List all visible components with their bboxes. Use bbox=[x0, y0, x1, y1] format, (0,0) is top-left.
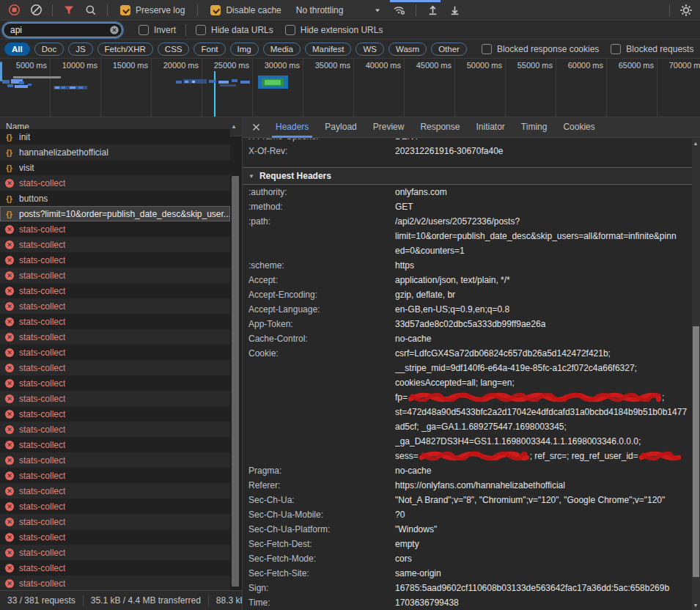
request-failed-icon: ✕ bbox=[5, 471, 14, 480]
request-row-stats-collect[interactable]: ✕stats-collect bbox=[0, 437, 230, 452]
request-row-stats-collect[interactable]: ✕stats-collect bbox=[0, 375, 230, 391]
request-row-posts[interactable]: {}posts?limit=10&order=publish_date_desc… bbox=[0, 206, 230, 221]
type-pill-font[interactable]: Font bbox=[194, 43, 225, 56]
settings-gear-icon[interactable] bbox=[677, 1, 696, 19]
header-name: Sec-Ch-Ua-Mobile: bbox=[248, 507, 395, 522]
request-row-stats-collect[interactable]: ✕stats-collect bbox=[0, 314, 230, 329]
filter-checkbox-hide-data-urls[interactable]: Hide data URLs bbox=[196, 25, 273, 35]
filter-checkbox-hide-extension-urls[interactable]: Hide extension URLs bbox=[285, 25, 383, 35]
header-value-text: /api2/v2/users/20572336/posts? bbox=[395, 216, 520, 227]
clear-button[interactable] bbox=[26, 1, 45, 19]
type-pill-wasm[interactable]: Wasm bbox=[388, 43, 427, 56]
filter-toggle-icon[interactable] bbox=[59, 1, 78, 19]
clear-filter-icon[interactable] bbox=[109, 25, 119, 35]
filter-input[interactable] bbox=[3, 23, 122, 37]
request-row-stats-collect[interactable]: ✕stats-collect bbox=[0, 237, 230, 252]
request-row-stats-collect[interactable]: ✕stats-collect bbox=[0, 468, 230, 483]
header-value-text: empty bbox=[395, 539, 419, 549]
type-pill-other[interactable]: Other bbox=[431, 43, 467, 56]
checkbox-blocked-response-cookies[interactable]: Blocked response cookies bbox=[482, 44, 599, 54]
request-row-stats-collect[interactable]: ✕stats-collect bbox=[0, 345, 230, 360]
request-row-stats-collect[interactable]: ✕stats-collect bbox=[0, 529, 230, 545]
request-row-stats-collect[interactable]: ✕stats-collect bbox=[0, 329, 230, 345]
section-title: Request Headers bbox=[259, 171, 331, 181]
request-row-stats-collect[interactable]: ✕stats-collect bbox=[0, 576, 230, 591]
type-pill-ws[interactable]: WS bbox=[355, 43, 384, 56]
disable-cache-checkbox[interactable]: Disable cache bbox=[210, 5, 281, 15]
timeline-segment: 35000 ms bbox=[303, 59, 354, 117]
header-row: Sec-Fetch-Dest:empty bbox=[243, 537, 693, 551]
tab-timing[interactable]: Timing bbox=[513, 117, 556, 138]
header-name: Time: bbox=[248, 595, 395, 610]
type-pill-manifest[interactable]: Manifest bbox=[305, 43, 351, 56]
filter-checkbox-invert[interactable]: Invert bbox=[139, 25, 176, 35]
header-value-text: same-origin bbox=[395, 568, 441, 578]
tab-payload[interactable]: Payload bbox=[317, 117, 364, 138]
toolbar-divider bbox=[197, 4, 198, 16]
tab-cookies[interactable]: Cookies bbox=[555, 117, 603, 138]
disable-cache-checkbox-box[interactable] bbox=[210, 5, 221, 15]
request-row-stats-collect[interactable]: ✕stats-collect bbox=[0, 499, 230, 514]
fetch-xhr-icon: {} bbox=[4, 210, 14, 218]
request-row-stats-collect[interactable]: ✕stats-collect bbox=[0, 545, 230, 560]
export-har-icon[interactable] bbox=[445, 1, 464, 19]
type-pill-fetch-xhr[interactable]: Fetch/XHR bbox=[97, 43, 153, 56]
request-row-stats-collect[interactable]: ✕stats-collect bbox=[0, 221, 230, 237]
filter-checkbox-hide-extension-urls-box[interactable] bbox=[285, 25, 295, 35]
request-row-stats-collect[interactable]: ✕stats-collect bbox=[0, 268, 230, 283]
waterfall-activity bbox=[78, 87, 83, 89]
request-row-stats-collect[interactable]: ✕stats-collect bbox=[0, 514, 230, 529]
request-row-stats-collect[interactable]: ✕stats-collect bbox=[0, 283, 230, 298]
request-row-stats-collect[interactable]: ✕stats-collect bbox=[0, 406, 230, 422]
scroll-up-icon[interactable]: ▲ bbox=[692, 141, 699, 146]
checkbox-blocked-response-cookies-box[interactable] bbox=[482, 44, 492, 54]
import-har-icon[interactable] bbox=[423, 1, 442, 19]
timeline-segment: 65000 ms bbox=[607, 59, 657, 117]
request-headers-section-header[interactable]: ▼Request Headers bbox=[243, 167, 693, 185]
preserve-log-checkbox-box[interactable] bbox=[120, 5, 130, 15]
request-row-stats-collect[interactable]: ✕stats-collect bbox=[0, 483, 230, 499]
tab-headers[interactable]: Headers bbox=[268, 117, 317, 138]
network-conditions-icon[interactable] bbox=[390, 1, 409, 19]
waterfall-activity bbox=[185, 81, 188, 83]
checkbox-blocked-requests-box[interactable] bbox=[611, 44, 621, 54]
request-row-stats-collect[interactable]: ✕stats-collect bbox=[0, 422, 230, 437]
scroll-down-icon[interactable]: ▼ bbox=[692, 603, 699, 608]
search-icon[interactable] bbox=[81, 1, 100, 19]
request-row-stats-collect[interactable]: ✕stats-collect bbox=[0, 560, 230, 576]
request-row-stats-collect[interactable]: ✕stats-collect bbox=[0, 391, 230, 406]
header-row: :authority:onlyfans.com bbox=[243, 185, 693, 199]
filter-checkbox-hide-data-urls-box[interactable] bbox=[196, 25, 206, 35]
requests-scrollbar-thumb[interactable] bbox=[232, 176, 239, 587]
request-name: stats-collect bbox=[19, 332, 65, 342]
request-row-stats-collect[interactable]: ✕stats-collect bbox=[0, 252, 230, 268]
type-filter-bar: AllDocJSFetch/XHRCSSFontImgMediaManifest… bbox=[0, 40, 700, 59]
request-name: stats-collect bbox=[19, 317, 65, 327]
type-pill-doc[interactable]: Doc bbox=[34, 43, 64, 56]
type-pill-js[interactable]: JS bbox=[68, 43, 92, 56]
close-details-icon[interactable] bbox=[247, 119, 265, 136]
request-row-stats-collect[interactable]: ✕stats-collect bbox=[0, 298, 230, 314]
preserve-log-checkbox[interactable]: Preserve log bbox=[120, 5, 185, 15]
throttling-dropdown[interactable]: No throttling bbox=[290, 5, 388, 15]
filter-checkbox-invert-box[interactable] bbox=[139, 25, 149, 35]
request-row-init[interactable]: {}init bbox=[0, 129, 230, 144]
request-row-visit[interactable]: {}visit bbox=[0, 160, 230, 175]
tab-response[interactable]: Response bbox=[412, 117, 468, 138]
tab-preview[interactable]: Preview bbox=[365, 117, 413, 138]
request-row-stats-collect[interactable]: ✕stats-collect bbox=[0, 360, 230, 375]
tab-initiator[interactable]: Initiator bbox=[468, 117, 512, 138]
request-row-stats-collect[interactable]: ✕stats-collect bbox=[0, 175, 230, 191]
request-row-hannahelizabethofficial[interactable]: {}hannahelizabethofficial bbox=[0, 144, 230, 160]
type-pill-css[interactable]: CSS bbox=[158, 43, 190, 56]
type-pill-img[interactable]: Img bbox=[230, 43, 259, 56]
details-scrollbar-thumb[interactable] bbox=[693, 326, 699, 577]
type-pill-all[interactable]: All bbox=[4, 43, 30, 56]
request-row-buttons[interactable]: {}buttons bbox=[0, 191, 230, 206]
record-button[interactable] bbox=[4, 1, 23, 19]
checkbox-blocked-requests[interactable]: Blocked requests bbox=[611, 44, 693, 54]
request-row-stats-collect[interactable]: ✕stats-collect bbox=[0, 452, 230, 468]
timeline-overview[interactable]: 5000 ms10000 ms15000 ms20000 ms25000 ms3… bbox=[0, 59, 700, 117]
waterfall-activity bbox=[220, 84, 236, 87]
type-pill-media[interactable]: Media bbox=[263, 43, 301, 56]
